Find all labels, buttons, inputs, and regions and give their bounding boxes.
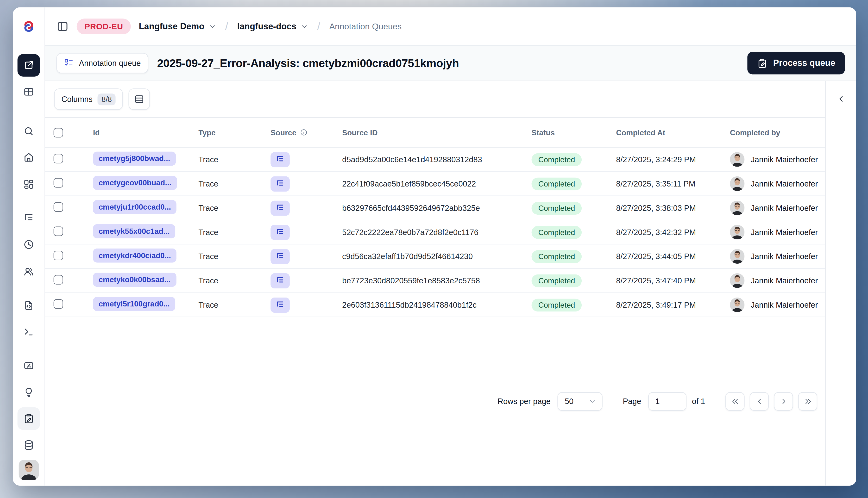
row-checkbox[interactable] — [54, 299, 63, 309]
table-row[interactable]: cmetygeov00buad... Trace 22c41f09acae5b1… — [45, 172, 825, 196]
org-selector[interactable]: Langfuse Demo — [139, 21, 216, 31]
sidebar-toggle-button[interactable] — [56, 20, 69, 32]
project-selector[interactable]: langfuse-docs — [237, 21, 308, 31]
item-id-badge[interactable]: cmetyg5j800bwad... — [93, 152, 176, 166]
status-badge: Completed — [532, 226, 582, 239]
completed-by-cell: Jannik Maierhoefer — [723, 176, 825, 191]
columns-button[interactable]: Columns 8/8 — [54, 89, 123, 110]
right-panel-strip — [825, 81, 856, 486]
sidebar-item-scores[interactable] — [17, 381, 40, 404]
item-id-badge[interactable]: cmetyju1r00ccad0... — [93, 200, 177, 214]
completed-by-cell: Jannik Maierhoefer — [723, 273, 825, 288]
status-badge: Completed — [532, 201, 582, 214]
pagination-footer: Rows per page 50 Page of 1 — [45, 316, 825, 485]
item-id-badge[interactable]: cmetyko0k00bsad... — [93, 273, 176, 287]
open-external-button[interactable] — [17, 54, 40, 77]
process-queue-button[interactable]: Process queue — [747, 52, 845, 75]
rows-per-page-select[interactable]: 50 — [557, 392, 603, 410]
sidebar-item-datasets[interactable] — [17, 434, 40, 456]
status-badge: Completed — [532, 298, 582, 311]
sidebar-item-prompts[interactable] — [17, 294, 40, 317]
table-toolbar: Columns 8/8 — [45, 81, 825, 117]
sidebar-item-home[interactable] — [17, 146, 40, 169]
trace-source-icon[interactable] — [271, 249, 290, 264]
item-id-badge[interactable]: cmetykdr400ciad0... — [93, 249, 177, 263]
type-cell: Trace — [195, 252, 265, 261]
page-number-input[interactable] — [648, 392, 686, 410]
external-link-icon — [23, 60, 34, 71]
trace-source-icon[interactable] — [271, 152, 290, 167]
completed-at-cell: 8/27/2025, 3:35:11 PM — [611, 179, 723, 188]
source-id-cell: b63297665cfd4439592649672abb325e — [338, 203, 524, 212]
select-all-checkbox[interactable] — [54, 128, 63, 137]
sidebar-item-users[interactable] — [17, 260, 40, 283]
chevrons-left-icon — [731, 397, 739, 405]
environment-badge[interactable]: PROD-EU — [77, 18, 131, 34]
row-height-button[interactable] — [129, 89, 150, 110]
breadcrumb-separator: / — [316, 20, 322, 32]
clock-icon — [23, 239, 34, 250]
trace-source-icon[interactable] — [271, 224, 290, 240]
table-row[interactable]: cmetykdr400ciad0... Trace c9d56ca32efaff… — [45, 245, 825, 269]
row-checkbox[interactable] — [54, 226, 63, 236]
source-id-cell: d5ad9d52a00c6e14e1d4192880312d83 — [338, 155, 524, 164]
avatar — [730, 273, 744, 288]
trace-source-icon[interactable] — [271, 297, 290, 313]
user-avatar[interactable] — [18, 460, 39, 480]
table-row[interactable]: cmetyju1r00ccad0... Trace b63297665cfd44… — [45, 196, 825, 220]
type-cell: Trace — [195, 155, 265, 164]
sidebar-item-tables[interactable] — [17, 80, 40, 103]
completed-at-cell: 8/27/2025, 3:44:05 PM — [611, 252, 723, 261]
table-body: cmetyg5j800bwad... Trace d5ad9d52a00c6e1… — [45, 147, 825, 316]
row-checkbox[interactable] — [54, 154, 63, 163]
sidebar-item-evals[interactable] — [17, 354, 40, 377]
sidebar-item-dashboards[interactable] — [17, 173, 40, 196]
terminal-icon — [23, 326, 34, 338]
avatar — [730, 249, 744, 264]
status-badge: Completed — [532, 250, 582, 263]
avatar — [730, 298, 744, 312]
avatar — [730, 152, 744, 167]
row-checkbox[interactable] — [54, 178, 63, 188]
header-id: Id — [85, 128, 195, 136]
chevron-left-icon — [836, 94, 846, 103]
columns-label: Columns — [62, 95, 93, 104]
rows-per-page-value: 50 — [565, 397, 574, 406]
row-checkbox[interactable] — [54, 202, 63, 212]
collapse-panel-button[interactable] — [831, 89, 851, 108]
table-row[interactable]: cmetyl5r100grad0... Trace 2e603f31361115… — [45, 293, 825, 316]
queue-chip-label: Annotation queue — [79, 58, 141, 68]
breadcrumb-current[interactable]: Annotation Queues — [329, 22, 402, 31]
chevron-left-icon — [755, 397, 763, 405]
trace-source-icon[interactable] — [271, 176, 290, 191]
next-page-button[interactable] — [774, 392, 793, 410]
list-checks-icon — [64, 58, 74, 68]
item-id-badge[interactable]: cmetyl5r100grad0... — [93, 297, 175, 311]
row-checkbox[interactable] — [54, 251, 63, 260]
sidebar-item-sessions[interactable] — [17, 233, 40, 256]
sidebar-item-playground[interactable] — [17, 320, 40, 343]
trace-source-icon[interactable] — [271, 200, 290, 215]
item-id-badge[interactable]: cmetygeov00buad... — [93, 176, 177, 190]
trace-tree-icon — [23, 212, 34, 224]
trace-source-icon[interactable] — [271, 273, 290, 288]
item-id-badge[interactable]: cmetyk55x00c1ad... — [93, 224, 176, 238]
columns-count-badge: 8/8 — [98, 93, 116, 105]
last-page-button[interactable] — [798, 392, 817, 410]
table-row[interactable]: cmetyko0k00bsad... Trace be7723e30d80205… — [45, 269, 825, 293]
page-title: 2025-09-27_Error-Analysis: cmetybzmi00cr… — [157, 57, 459, 70]
clipboard-pen-icon — [757, 58, 768, 68]
sidebar-item-search[interactable] — [17, 120, 40, 143]
table-row[interactable]: cmetyk55x00c1ad... Trace 52c72c2222ea78e… — [45, 220, 825, 245]
table-row[interactable]: cmetyg5j800bwad... Trace d5ad9d52a00c6e1… — [45, 147, 825, 172]
source-id-cell: 2e603f31361115db24198478840b1f2c — [338, 300, 524, 309]
code-file-icon — [23, 300, 34, 311]
avatar — [730, 176, 744, 191]
sidebar-item-tracing[interactable] — [17, 207, 40, 229]
first-page-button[interactable] — [725, 392, 744, 410]
sidebar-item-annotation-queues[interactable] — [17, 407, 40, 430]
row-checkbox[interactable] — [54, 275, 63, 285]
previous-page-button[interactable] — [750, 392, 769, 410]
chevrons-right-icon — [804, 397, 812, 405]
page-label: Page — [623, 397, 641, 406]
